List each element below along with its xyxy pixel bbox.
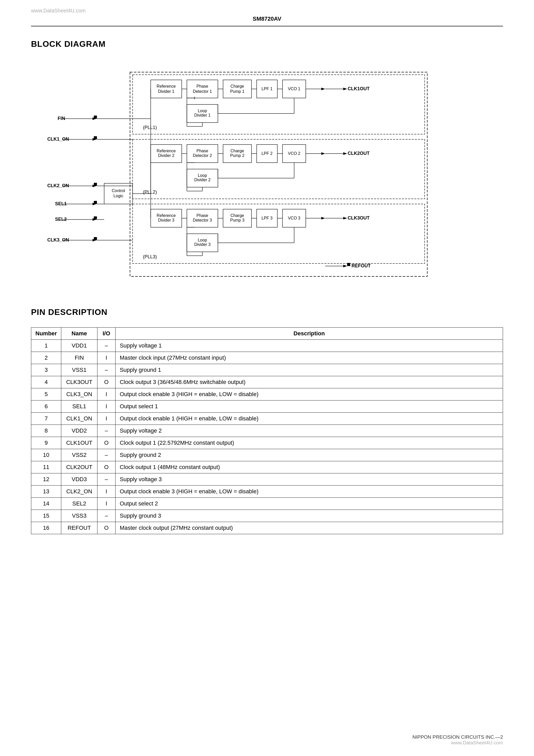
table-row: 7 CLK1_ON I Output clock enable 1 (HIGH …	[31, 413, 503, 425]
svg-rect-3	[133, 204, 425, 263]
pin-desc: Clock output 3 (36/45/48.6MHz switchable…	[116, 376, 503, 388]
svg-text:VCO 3: VCO 3	[288, 216, 300, 220]
pin-number: 14	[31, 498, 61, 510]
pin-desc: Master clock output (27MHz constant outp…	[116, 522, 503, 534]
svg-text:SEL1: SEL1	[55, 201, 67, 206]
svg-text:Reference: Reference	[157, 149, 176, 153]
pin-description-table: Number Name I/O Description 1 VDD1 – Sup…	[31, 327, 503, 534]
svg-text:Pump 3: Pump 3	[230, 218, 244, 222]
pin-io: I	[97, 352, 116, 364]
svg-marker-60	[343, 152, 347, 155]
svg-text:CLK2OUT: CLK2OUT	[348, 151, 370, 156]
svg-text:Reference: Reference	[157, 84, 176, 89]
svg-text:SEL2: SEL2	[55, 217, 67, 222]
pin-name: VSS1	[61, 364, 97, 376]
pin-number: 11	[31, 461, 61, 473]
svg-text:Loop: Loop	[198, 238, 207, 242]
pin-number: 16	[31, 522, 61, 534]
table-row: 8 VDD2 – Supply voltage 2	[31, 425, 503, 437]
pin-io: –	[97, 473, 116, 486]
svg-text:CLK3OUT: CLK3OUT	[348, 215, 370, 221]
pin-name: CLK3_ON	[61, 388, 97, 400]
svg-text:Pump 1: Pump 1	[230, 89, 244, 94]
svg-text:Charge: Charge	[230, 84, 244, 89]
table-row: 11 CLK2OUT O Clock output 1 (48MHz const…	[31, 461, 503, 473]
table-row: 14 SEL2 I Output select 2	[31, 498, 503, 510]
pin-name: CLK2OUT	[61, 461, 97, 473]
pin-number: 5	[31, 388, 61, 400]
svg-text:Control: Control	[112, 188, 125, 193]
svg-marker-90	[321, 217, 325, 220]
pin-number: 15	[31, 510, 61, 522]
pin-desc: Supply ground 2	[116, 449, 503, 461]
pin-number: 1	[31, 340, 61, 352]
svg-rect-10	[223, 80, 252, 98]
svg-rect-1	[133, 75, 425, 134]
pin-name: SEL1	[61, 400, 97, 413]
svg-rect-0	[130, 72, 427, 276]
svg-text:Reference: Reference	[157, 213, 176, 218]
svg-text:VCO 1: VCO 1	[288, 87, 300, 91]
svg-rect-137	[94, 237, 97, 240]
pin-io: I	[97, 388, 116, 400]
pin-desc: Output select 1	[116, 400, 503, 413]
pin-io: I	[97, 498, 116, 510]
table-row: 4 CLK3OUT O Clock output 3 (36/45/48.6MH…	[31, 376, 503, 388]
pin-description-title: PIN DESCRIPTION	[31, 308, 503, 317]
svg-text:CLK1_ON: CLK1_ON	[47, 137, 69, 142]
svg-text:Phase: Phase	[197, 149, 208, 153]
pin-name: VDD3	[61, 473, 97, 486]
pin-io: –	[97, 364, 116, 376]
pin-number: 12	[31, 473, 61, 486]
table-row: 5 CLK3_ON I Output clock enable 3 (HIGH …	[31, 388, 503, 400]
svg-marker-25	[321, 88, 325, 90]
pin-number: 3	[31, 364, 61, 376]
svg-rect-4	[151, 80, 182, 98]
svg-text:Loop: Loop	[198, 109, 207, 113]
pin-name: FIN	[61, 352, 97, 364]
svg-text:Divider 2: Divider 2	[158, 153, 174, 158]
pin-number: 2	[31, 352, 61, 364]
svg-text:Divider 2: Divider 2	[194, 177, 210, 182]
pin-name: REFOUT	[61, 522, 97, 534]
pin-io: O	[97, 437, 116, 449]
pin-io: O	[97, 522, 116, 534]
svg-text:Pump 2: Pump 2	[230, 153, 244, 158]
table-row: 9 CLK1OUT O Clock output 1 (22.5792MHz c…	[31, 437, 503, 449]
block-diagram-svg: (PLL1) (PLL2) (PLL3) Reference Divider 1…	[47, 59, 487, 292]
pin-number: 6	[31, 400, 61, 413]
svg-text:Divider 3: Divider 3	[158, 218, 174, 222]
svg-rect-103	[347, 263, 350, 266]
col-header-description: Description	[116, 328, 503, 340]
pin-desc: Supply voltage 2	[116, 425, 503, 437]
pin-io: I	[97, 400, 116, 413]
pin-desc: Clock output 1 (22.5792MHz constant outp…	[116, 437, 503, 449]
block-diagram-container: (PLL1) (PLL2) (PLL3) Reference Divider 1…	[31, 59, 503, 292]
pin-desc: Clock output 1 (48MHz constant output)	[116, 461, 503, 473]
svg-text:Detector 2: Detector 2	[193, 153, 212, 158]
svg-rect-132	[94, 216, 97, 220]
pin-desc: Supply ground 1	[116, 364, 503, 376]
pin-io: –	[97, 449, 116, 461]
pin-number: 4	[31, 376, 61, 388]
block-diagram-title: BLOCK DIAGRAM	[31, 39, 503, 49]
svg-rect-110	[94, 116, 97, 119]
pin-name: VSS3	[61, 510, 97, 522]
svg-text:LPF 3: LPF 3	[262, 216, 273, 220]
svg-marker-102	[343, 265, 347, 267]
svg-text:CLK3_ON: CLK3_ON	[47, 237, 69, 243]
pin-name: VDD1	[61, 340, 97, 352]
pin-desc: Supply voltage 3	[116, 473, 503, 486]
svg-rect-7	[187, 80, 218, 98]
pin-io: O	[97, 461, 116, 473]
pin-desc: Output select 2	[116, 498, 503, 510]
pin-name: CLK1OUT	[61, 437, 97, 449]
table-row: 10 VSS2 – Supply ground 2	[31, 449, 503, 461]
table-row: 16 REFOUT O Master clock output (27MHz c…	[31, 522, 503, 534]
svg-text:VCO 2: VCO 2	[288, 151, 300, 156]
svg-text:Phase: Phase	[197, 213, 208, 218]
watermark-top: www.DataSheet4U.com	[31, 8, 86, 14]
pin-io: –	[97, 340, 116, 352]
svg-text:Charge: Charge	[230, 213, 244, 218]
svg-rect-122	[94, 183, 97, 186]
